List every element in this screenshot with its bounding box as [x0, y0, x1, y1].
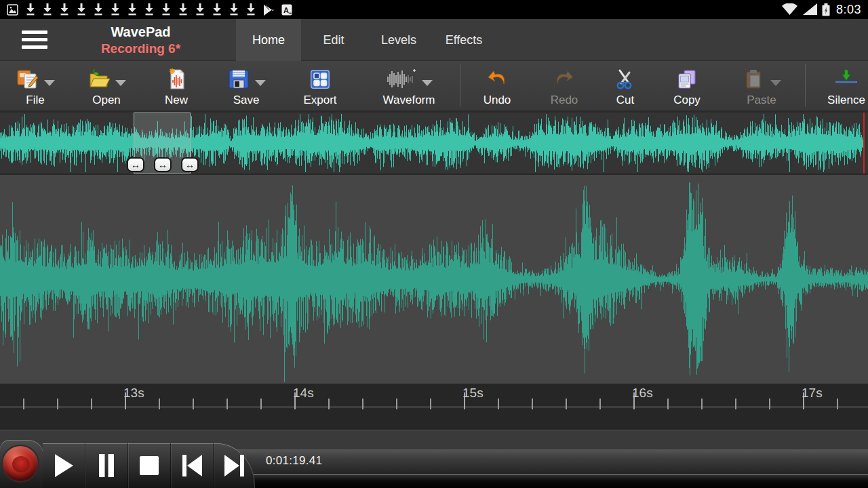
undo-icon — [485, 67, 509, 92]
download-icons-row — [26, 3, 256, 16]
download-icon — [77, 3, 86, 16]
export-icon — [308, 67, 332, 92]
skip-to-start-button[interactable] — [170, 443, 213, 488]
play-button[interactable] — [43, 443, 85, 488]
skip-to-start-icon — [181, 454, 203, 477]
paste-clipboard-icon — [742, 67, 766, 92]
tab-home[interactable]: Home — [236, 19, 301, 61]
selection-start-handle[interactable]: ↔ — [127, 157, 144, 172]
silence-button[interactable]: Silence — [806, 61, 868, 110]
ribbon-tabs: Home Edit Levels Effects — [236, 19, 496, 61]
android-status-bar: A 8:03 — [0, 0, 868, 19]
download-icon — [161, 3, 171, 16]
paste-button[interactable]: Paste — [718, 61, 805, 110]
timeline-ruler: 13s14s15s16s17s — [0, 384, 868, 430]
new-button[interactable]: New — [142, 61, 210, 110]
ruler-minor-tick — [667, 399, 669, 409]
timeline-label: 15s — [462, 386, 484, 401]
export-button[interactable]: Export — [282, 61, 358, 110]
ruler-minor-tick — [159, 399, 160, 409]
open-button[interactable]: Open — [71, 61, 142, 110]
download-icon — [26, 3, 35, 16]
ruler-minor-tick — [769, 399, 770, 409]
save-icon — [226, 67, 251, 92]
overview-playback-cursor — [863, 113, 865, 174]
waveform-dropdown-icon — [422, 80, 433, 86]
open-dropdown-icon — [115, 80, 126, 86]
main-waveform-canvas[interactable] — [0, 175, 868, 384]
download-icon — [246, 3, 256, 16]
a-app-icon: A — [281, 4, 292, 16]
timeline-label: 14s — [293, 386, 314, 401]
download-icon — [212, 3, 222, 16]
cut-button[interactable]: Cut — [595, 61, 656, 110]
ruler-minor-tick — [532, 399, 533, 409]
skip-to-end-icon — [224, 454, 245, 477]
ruler-minor-tick — [23, 399, 24, 409]
timeline-label: 13s — [123, 386, 144, 401]
file-button[interactable]: File — [0, 61, 71, 110]
tab-edit[interactable]: Edit — [301, 19, 366, 61]
ruler-minor-tick — [226, 399, 228, 409]
ruler-minor-tick — [701, 399, 703, 409]
silence-icon — [833, 67, 860, 92]
wifi-icon — [782, 3, 797, 16]
skip-to-end-button[interactable] — [213, 443, 256, 488]
ruler-minor-tick — [57, 399, 58, 409]
pause-button[interactable] — [85, 443, 127, 488]
main-waveform-area — [0, 175, 868, 384]
transport-panel — [43, 443, 254, 488]
title-block: WavePad Recording 6* — [75, 23, 207, 57]
ruler-baseline — [0, 407, 868, 407]
file-icon — [16, 67, 40, 92]
selection-end-handle[interactable]: ↔ — [181, 157, 199, 172]
redo-button[interactable]: Redo — [534, 61, 595, 110]
file-dropdown-icon — [44, 80, 55, 86]
undo-button[interactable]: Undo — [460, 61, 534, 110]
overview-strip: ↔ ↔ ↔ — [0, 110, 868, 175]
copy-icon — [675, 67, 699, 92]
clock-text: 8:03 — [836, 3, 861, 17]
cut-scissors-icon — [613, 67, 637, 92]
signal-icon — [802, 3, 817, 16]
tab-levels[interactable]: Levels — [366, 19, 431, 61]
battery-charging-icon — [822, 3, 830, 16]
menu-icon[interactable] — [22, 30, 47, 49]
new-file-icon — [164, 67, 189, 92]
svg-text:A: A — [283, 5, 289, 14]
waveform-view-button[interactable]: Waveform — [358, 61, 460, 110]
download-icon — [94, 3, 103, 16]
save-button[interactable]: Save — [210, 61, 282, 110]
app-title: WavePad — [75, 23, 207, 41]
play-store-icon — [263, 4, 274, 16]
download-icon — [178, 3, 188, 16]
download-icon — [229, 3, 239, 16]
ruler-minor-tick — [91, 399, 92, 409]
timeline-label: 16s — [632, 386, 653, 401]
paste-dropdown-icon — [770, 80, 781, 86]
selection-move-handle[interactable]: ↔ — [154, 157, 172, 172]
ruler-minor-tick — [328, 399, 330, 409]
wavepad-app: A 8:03 WavePad Recording 6* Home Edit Le… — [0, 0, 868, 488]
pause-icon — [97, 453, 116, 478]
app-bar: WavePad Recording 6* Home Edit Levels Ef… — [0, 19, 868, 61]
play-icon — [54, 453, 74, 478]
tab-effects[interactable]: Effects — [431, 19, 496, 61]
document-title: Recording 6* — [75, 41, 207, 57]
record-button[interactable] — [1, 445, 39, 483]
screenshot-icon — [7, 4, 18, 16]
download-icon — [60, 3, 69, 16]
download-icon — [43, 3, 52, 16]
download-icon — [111, 3, 120, 16]
ruler-minor-tick — [599, 399, 601, 409]
toolbar: File Open New — [0, 61, 868, 110]
download-icon — [144, 3, 154, 16]
stop-button[interactable] — [127, 443, 170, 488]
stop-icon — [139, 455, 159, 476]
copy-button[interactable]: Copy — [656, 61, 718, 110]
ruler-minor-tick — [260, 399, 262, 409]
ruler-minor-tick — [566, 399, 567, 409]
ruler-minor-tick — [396, 399, 397, 409]
waveform-icon — [385, 67, 418, 92]
ruler-minor-tick — [430, 399, 431, 409]
